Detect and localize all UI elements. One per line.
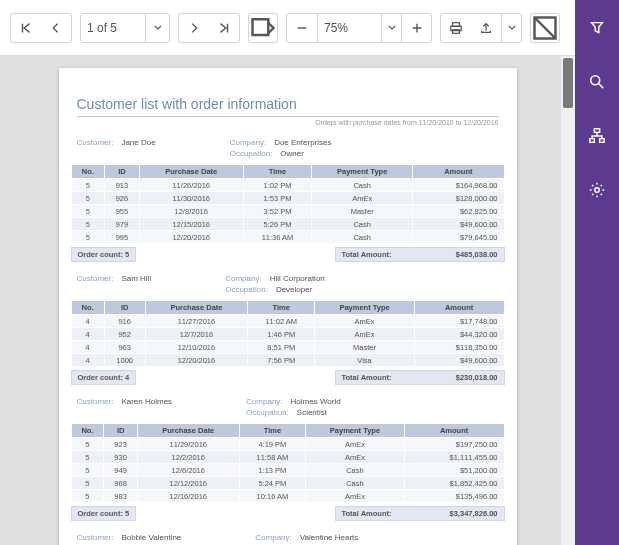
- report-page: Customer list with order information Ord…: [59, 68, 517, 545]
- report-viewport[interactable]: Customer list with order information Ord…: [0, 56, 575, 545]
- table-row: 491611/27/201611:02 AMAmEx$17,748.00: [71, 315, 504, 328]
- column-header: Amount: [413, 165, 504, 179]
- export-button[interactable]: [471, 14, 501, 42]
- settings-button[interactable]: [579, 172, 615, 208]
- table-row: 495212/7/20161:46 PMAmEx$44,320.00: [71, 328, 504, 341]
- column-header: Amount: [414, 301, 504, 315]
- page-nav-next-group: [178, 13, 240, 43]
- vertical-scrollbar[interactable]: [561, 56, 575, 545]
- summary-row: Order count: 5 Total Amount: $485,038.00: [71, 247, 505, 262]
- company-name: Hill Corporation: [270, 274, 325, 283]
- occupation-label: Occupation:: [246, 408, 289, 417]
- zoom-input[interactable]: [317, 14, 381, 42]
- table-row: 591311/26/20161:02 PMCash$164,968.00: [71, 179, 504, 192]
- first-page-button[interactable]: [11, 14, 41, 42]
- column-header: Payment Type: [306, 424, 405, 438]
- column-header: Time: [248, 301, 315, 315]
- total-amount: Total Amount: $230,018.00: [335, 370, 505, 385]
- company-name: Holmes World: [291, 397, 341, 406]
- order-count: Order count: 4: [71, 370, 137, 385]
- order-count: Order count: 5: [71, 506, 137, 521]
- svg-point-9: [595, 188, 600, 193]
- page-info-group: [80, 13, 170, 43]
- company-name: Valentine Hearts: [300, 533, 359, 542]
- company-label: Company:: [246, 397, 282, 406]
- customer-header: Customer:Bobbie Valentine Company:Valent…: [71, 531, 505, 545]
- column-header: Amount: [404, 424, 504, 438]
- company-label: Company:: [255, 533, 291, 542]
- column-header: No.: [71, 424, 104, 438]
- last-page-button[interactable]: [209, 14, 239, 42]
- column-header: Time: [239, 424, 306, 438]
- table-row: 4100012/20/20167:56 PMVisa$49,600.00: [71, 354, 504, 367]
- customer-label: Customer:: [77, 397, 114, 406]
- table-row: 599512/20/201611:36 AMCash$79,645.00: [71, 231, 504, 244]
- summary-row: Order count: 4 Total Amount: $230,018.00: [71, 370, 505, 385]
- order-count: Order count: 5: [71, 247, 137, 262]
- zoom-in-button[interactable]: [401, 14, 431, 42]
- customer-name: Karen Holmes: [121, 397, 172, 406]
- orders-table: No.IDPurchase DateTimePayment TypeAmount…: [71, 300, 505, 367]
- zoom-dropdown-button[interactable]: [381, 14, 401, 42]
- prev-page-button[interactable]: [41, 14, 71, 42]
- total-amount: Total Amount: $485,038.00: [335, 247, 505, 262]
- table-row: 593012/2/201611:58 AMAmEx$1,111,455.00: [71, 451, 504, 464]
- customer-label: Customer:: [77, 533, 114, 542]
- table-row: 598312/16/201610:16 AMAmEx$135,496.00: [71, 490, 504, 503]
- zoom-group: [286, 13, 432, 43]
- svg-rect-7: [590, 139, 595, 143]
- occupation-label: Occupation:: [225, 285, 268, 294]
- output-group: [440, 13, 522, 43]
- occupation-value: Scientist: [297, 408, 327, 417]
- svg-rect-8: [600, 139, 605, 143]
- toolbar: [0, 0, 619, 56]
- cancel-build-button[interactable]: [530, 13, 560, 43]
- occupation-value: Owner: [280, 149, 304, 158]
- summary-row: Order count: 5 Total Amount: $3,347,826.…: [71, 506, 505, 521]
- column-header: Purchase Date: [137, 424, 239, 438]
- svg-point-5: [591, 76, 600, 85]
- customer-name: Bobbie Valentine: [121, 533, 181, 542]
- find-button[interactable]: [579, 64, 615, 100]
- column-header: No.: [71, 165, 105, 179]
- export-dropdown-button[interactable]: [501, 14, 521, 42]
- company-label: Company:: [230, 138, 266, 147]
- customer-header: Customer:Karen Holmes Company:Holmes Wor…: [71, 395, 505, 419]
- page-nav-group: [10, 13, 72, 43]
- page-info-input[interactable]: [81, 14, 145, 42]
- customer-header: Customer:Sam Hill Company:Hill Corporati…: [71, 272, 505, 296]
- orders-table: No.IDPurchase DateTimePayment TypeAmount…: [71, 164, 505, 244]
- column-header: ID: [105, 165, 139, 179]
- svg-rect-6: [594, 129, 599, 133]
- table-row: 594912/6/20161:13 PMCash$51,200.00: [71, 464, 504, 477]
- column-header: Payment Type: [315, 301, 414, 315]
- company-label: Company:: [225, 274, 261, 283]
- customer-label: Customer:: [77, 274, 114, 283]
- zoom-out-button[interactable]: [287, 14, 317, 42]
- column-header: Purchase Date: [139, 165, 243, 179]
- table-row: 592611/30/20161:53 PMAmEx$128,000.00: [71, 192, 504, 205]
- table-row: 595512/8/20163:52 PMMaster$62,825.00: [71, 205, 504, 218]
- print-button[interactable]: [441, 14, 471, 42]
- customer-name: Sam Hill: [121, 274, 151, 283]
- scroll-thumb[interactable]: [563, 58, 573, 108]
- column-header: Purchase Date: [145, 301, 248, 315]
- table-row: 596812/12/20165:24 PMCash$1,852,425.00: [71, 477, 504, 490]
- page-dropdown-button[interactable]: [145, 14, 169, 42]
- table-row: 592311/29/20164:19 PMAmEx$197,250.00: [71, 438, 504, 451]
- report-subtitle: Orders with purchase dates from 11/20/20…: [77, 119, 499, 126]
- search-tab-button[interactable]: [579, 10, 615, 46]
- occupation-label: Occupation:: [230, 149, 273, 158]
- total-amount: Total Amount: $3,347,826.00: [335, 506, 505, 521]
- svg-rect-0: [253, 19, 269, 35]
- table-row: 597912/15/20165:26 PMCash$49,600.00: [71, 218, 504, 231]
- column-header: ID: [104, 301, 145, 315]
- document-map-button[interactable]: [579, 118, 615, 154]
- next-page-button[interactable]: [179, 14, 209, 42]
- highlight-fields-button[interactable]: [248, 13, 278, 43]
- sidebar: [575, 0, 619, 545]
- svg-rect-3: [453, 29, 460, 33]
- customer-header: Customer:Jane Doe Company:Doe Enterprise…: [71, 136, 505, 160]
- table-row: 496312/10/20168:51 PMMaster$118,350.00: [71, 341, 504, 354]
- company-name: Doe Enterprises: [274, 138, 331, 147]
